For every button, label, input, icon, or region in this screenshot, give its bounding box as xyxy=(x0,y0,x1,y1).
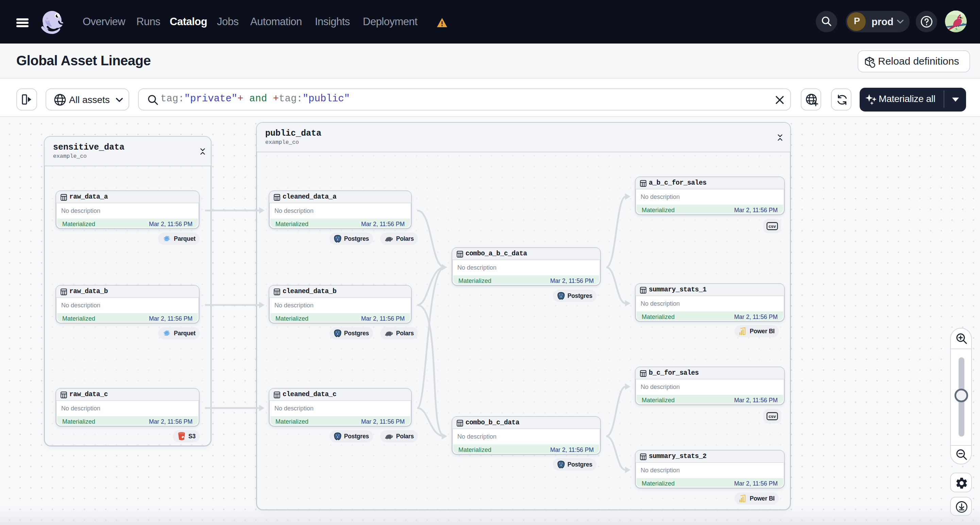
svg-text:csv: csv xyxy=(768,224,776,229)
svg-text:csv: csv xyxy=(768,414,776,419)
